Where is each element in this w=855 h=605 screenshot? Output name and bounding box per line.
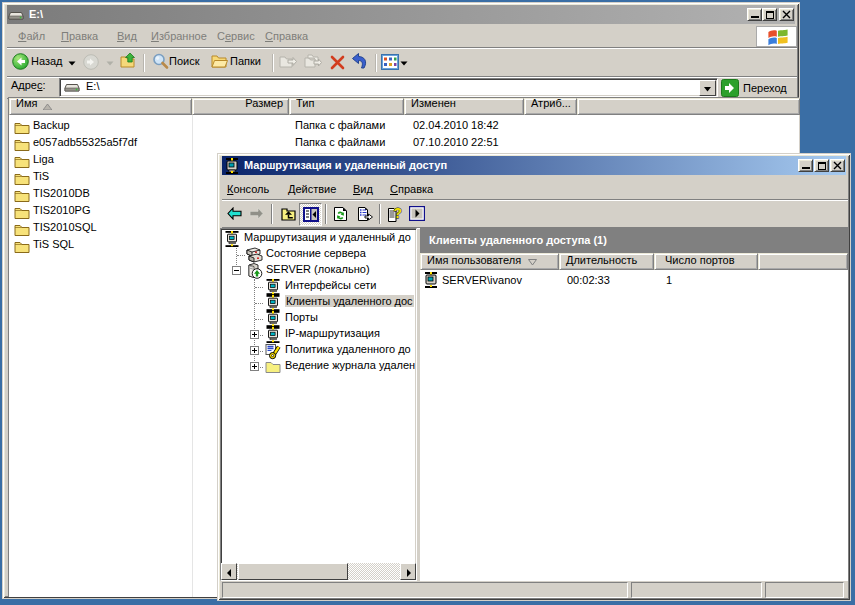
svg-text:?: ? xyxy=(394,205,403,221)
